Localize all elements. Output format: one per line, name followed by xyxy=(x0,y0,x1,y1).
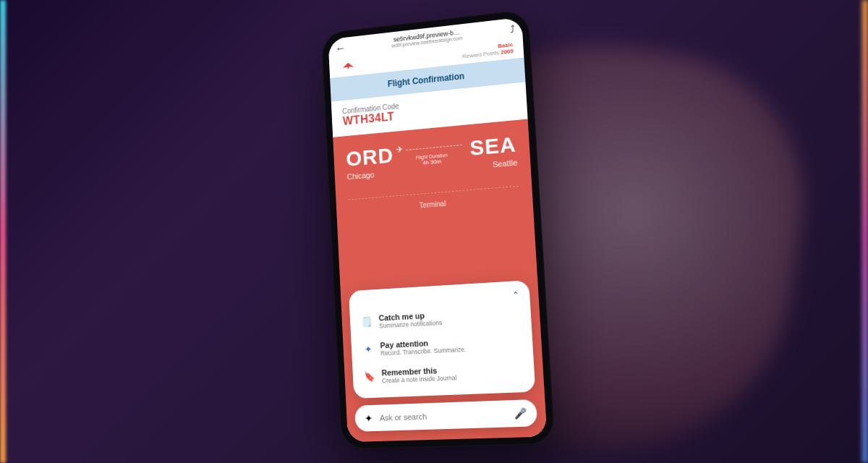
reward-status: Basic Reward Points 2009 xyxy=(461,41,514,60)
assistant-search-bar[interactable]: ✦ 🎤 xyxy=(354,399,537,432)
assistant-suggestions-card: ⌃ 🗒️Catch me upSummarize notifications✦P… xyxy=(349,280,535,399)
banner-title: Flight Confirmation xyxy=(387,71,464,89)
terminal-label: Terminal xyxy=(419,200,446,210)
terminal-section: Terminal xyxy=(348,186,519,215)
sparkle-icon: ✦ xyxy=(365,412,373,424)
destination-airport: SEA Seattle xyxy=(469,132,518,171)
microphone-icon[interactable]: 🎤 xyxy=(514,407,527,420)
airline-logo-icon xyxy=(339,59,358,73)
assistant-search-input[interactable] xyxy=(380,409,507,422)
destination-city: Seattle xyxy=(493,158,518,169)
plane-icon: ✈ xyxy=(396,144,403,155)
reward-points-value: 2009 xyxy=(501,48,514,56)
document-icon: 🗒️ xyxy=(361,315,373,328)
chevron-up-icon[interactable]: ⌃ xyxy=(512,289,520,300)
phone-frame: ← se5rvkwd9f.preview-b… wd9f.preview-bee… xyxy=(321,9,556,450)
sparkle-icon: ✦ xyxy=(362,343,374,355)
back-icon[interactable]: ← xyxy=(335,42,346,56)
assistant-overlay: ⌃ 🗒️Catch me upSummarize notifications✦P… xyxy=(349,280,537,431)
origin-code: ORD xyxy=(346,143,394,171)
share-icon[interactable]: ⤴ xyxy=(510,23,516,35)
destination-code: SEA xyxy=(469,132,517,161)
bookmark-icon: 🔖 xyxy=(364,370,375,383)
phone-screen: ← se5rvkwd9f.preview-b… wd9f.preview-bee… xyxy=(328,17,547,442)
route-row: ORD Chicago ✈ Flight Duration 4h 30m SEA… xyxy=(346,132,518,181)
origin-airport: ORD Chicago xyxy=(346,143,395,182)
route-line: ✈ Flight Duration 4h 30m xyxy=(400,141,464,168)
